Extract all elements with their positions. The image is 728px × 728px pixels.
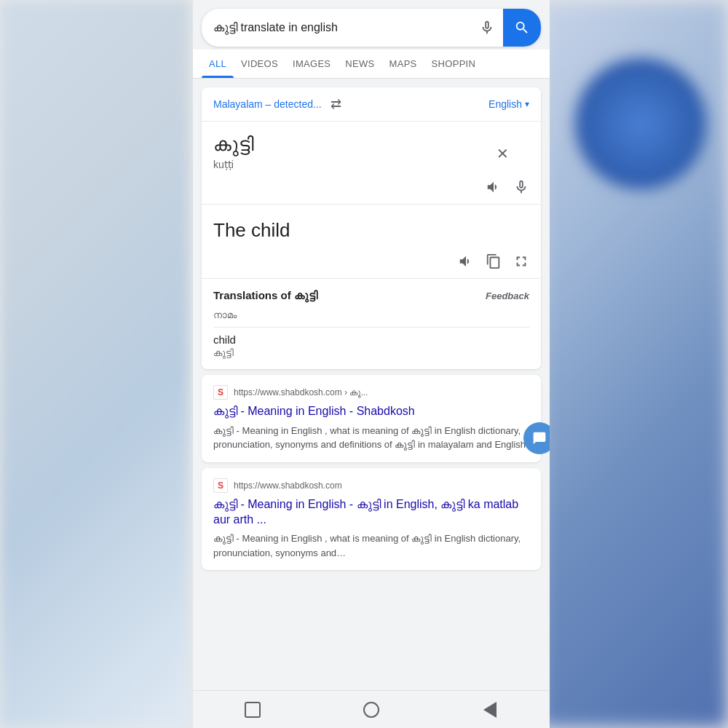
result-title-2[interactable]: കുട്ടി - Meaning in English - കുട്ടി in … xyxy=(213,497,529,528)
tab-news[interactable]: NEWS xyxy=(338,50,381,78)
site-icon-2: S xyxy=(213,478,228,493)
translation-card: Malayalam – detected... ⇄ English ▾ കുട്… xyxy=(202,87,541,369)
result-snippet-2: കുട്ടി - Meaning in English , what is me… xyxy=(213,531,529,560)
speaker-icon[interactable] xyxy=(486,179,502,195)
tab-shopping[interactable]: SHOPPIN xyxy=(424,50,483,78)
tab-maps[interactable]: MAPS xyxy=(382,50,424,78)
translator-header: Malayalam – detected... ⇄ English ▾ xyxy=(202,87,541,122)
clear-icon[interactable]: ✕ xyxy=(496,145,509,162)
triangle-icon xyxy=(483,702,496,718)
source-romanized: kuṭṭi xyxy=(213,159,529,170)
result-site-row-2: S https://www.shabdkosh.com xyxy=(213,478,529,493)
translations-category: നാമം xyxy=(213,309,529,321)
fullscreen-icon[interactable] xyxy=(513,253,529,269)
nav-tabs: ALL VIDEOS IMAGES NEWS MAPS SHOPPIN xyxy=(193,50,550,79)
source-actions xyxy=(213,179,529,195)
source-language[interactable]: Malayalam – detected... xyxy=(213,98,322,110)
back-button[interactable] xyxy=(478,698,502,721)
result-site-row-1: S https://www.shabdkosh.com › കൂ... xyxy=(213,385,529,400)
result-card-1: S https://www.shabdkosh.com › കൂ... കുട്… xyxy=(202,375,541,462)
recent-apps-button[interactable] xyxy=(241,698,264,721)
result-url-2: https://www.shabdkosh.com xyxy=(234,480,342,491)
feedback-link[interactable]: Feedback xyxy=(486,290,529,301)
translation-actions xyxy=(213,253,529,269)
site-icon-1: S xyxy=(213,385,228,400)
search-bar: കുട്ടി translate in english xyxy=(202,9,541,47)
translations-section: Translations of കുട്ടി Feedback നാമം chi… xyxy=(202,279,541,369)
mic-source-icon[interactable] xyxy=(513,179,529,195)
mic-icon[interactable] xyxy=(471,12,503,44)
source-panel: കുട്ടി kuṭṭi ✕ xyxy=(202,122,541,205)
translated-text: The child xyxy=(213,219,529,242)
feedback-circle[interactable] xyxy=(523,422,550,454)
square-icon xyxy=(245,702,261,718)
background-circle xyxy=(575,58,706,189)
result-card-2: S https://www.shabdkosh.com കുട്ടി - Mea… xyxy=(202,468,541,571)
result-title-1[interactable]: കുട്ടി - Meaning in English - Shabdkosh xyxy=(213,404,529,419)
search-query[interactable]: കുട്ടി translate in english xyxy=(213,20,471,34)
source-text: കുട്ടി xyxy=(213,133,529,156)
circle-icon xyxy=(363,702,379,718)
background-left xyxy=(0,0,189,728)
tab-all[interactable]: ALL xyxy=(202,50,234,78)
divider xyxy=(213,327,529,328)
tab-videos[interactable]: VIDEOS xyxy=(234,50,285,78)
tab-images[interactable]: IMAGES xyxy=(285,50,338,78)
copy-icon[interactable] xyxy=(486,253,502,269)
home-button[interactable] xyxy=(360,698,383,721)
main-content: കുട്ടി translate in english ALL VIDEOS I… xyxy=(193,0,550,728)
translation-panel: The child xyxy=(202,205,541,279)
bottom-navigation xyxy=(193,690,550,728)
translations-title: Translations of കുട്ടി Feedback xyxy=(213,289,529,302)
scroll-area: കുട്ടി translate in english ALL VIDEOS I… xyxy=(193,0,550,690)
bottom-spacer xyxy=(193,576,550,620)
chevron-down-icon: ▾ xyxy=(525,99,529,109)
translation-word: child xyxy=(213,333,529,346)
result-snippet-1: കുട്ടി - Meaning in English , what is me… xyxy=(213,424,529,452)
result-url-1: https://www.shabdkosh.com › കൂ... xyxy=(234,387,368,397)
swap-languages-icon[interactable]: ⇄ xyxy=(331,96,341,112)
speaker-translated-icon[interactable] xyxy=(458,253,474,269)
source-text-container: കുട്ടി kuṭṭi ✕ xyxy=(213,133,529,170)
target-language[interactable]: English ▾ xyxy=(488,98,529,110)
translation-back: കുട്ടി xyxy=(213,347,529,359)
search-button[interactable] xyxy=(503,9,541,47)
